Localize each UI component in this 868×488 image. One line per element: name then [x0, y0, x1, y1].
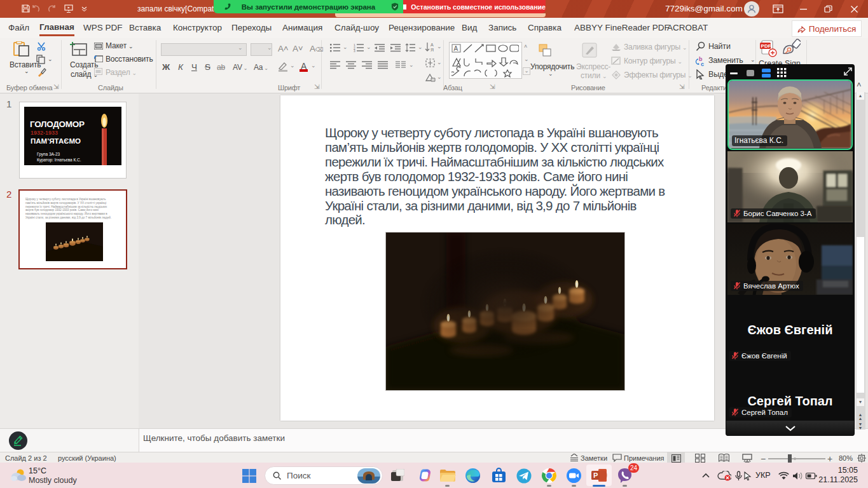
svg-text:c: c: [701, 61, 704, 67]
svg-text:Я: Я: [431, 48, 434, 52]
svg-text:P: P: [593, 471, 598, 479]
svg-text:A: A: [454, 45, 458, 52]
svg-text:А: А: [431, 43, 434, 47]
svg-text:PDF: PDF: [761, 43, 771, 49]
svg-text:3: 3: [354, 49, 355, 52]
